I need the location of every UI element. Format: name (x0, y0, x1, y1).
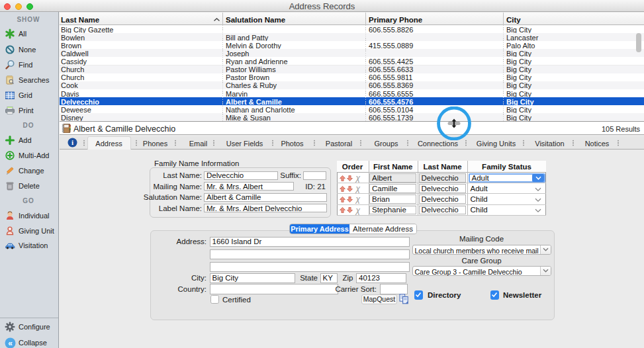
svg-text:«: « (8, 339, 13, 348)
